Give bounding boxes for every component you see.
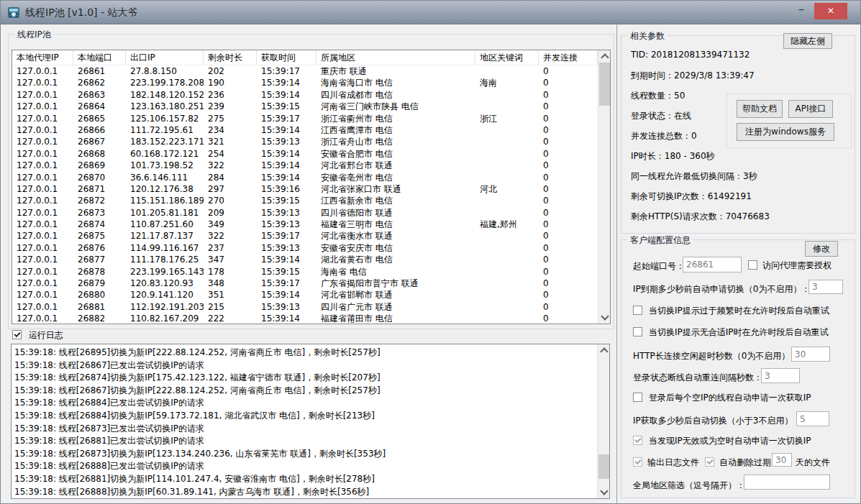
table-row[interactable]: 127.0.0.126876114.99.116.16723715:39:13安… bbox=[12, 242, 598, 254]
table-row[interactable]: 127.0.0.126879120.83.120.9334815:39:17广东… bbox=[12, 278, 598, 289]
table-cell bbox=[475, 65, 539, 77]
table-row[interactable]: 127.0.0.126862223.199.178.20819015:39:14… bbox=[12, 77, 598, 88]
table-cell: 26874 bbox=[73, 219, 126, 230]
table-row[interactable]: 127.0.0.126864123.163.180.25123915:39:15… bbox=[12, 101, 598, 112]
table-cell: 15:39:13 bbox=[257, 219, 316, 230]
column-header-local-proxy-ip[interactable]: 本地代理IP bbox=[12, 50, 73, 65]
minimize-button[interactable]: – bbox=[791, 1, 812, 21]
table-row[interactable]: 127.0.0.126873101.205.81.18120915:39:13四… bbox=[12, 207, 598, 219]
table-cell: 15:39:15 bbox=[257, 195, 316, 206]
column-header-remaining-time[interactable]: 剩余时长 bbox=[204, 50, 257, 65]
log-box[interactable]: 15:39:18: 线程[26895]切换为新IP[222.88.124.252… bbox=[11, 344, 610, 499]
table-row[interactable]: 127.0.0.126872115.151.186.18927015:39:15… bbox=[12, 195, 598, 206]
table-cell: 浙江 bbox=[475, 113, 539, 124]
hide-left-button[interactable]: 隐藏左侧 bbox=[783, 33, 832, 49]
proxy-auth-checkbox[interactable] bbox=[748, 260, 757, 270]
table-cell: 322 bbox=[204, 160, 257, 171]
table-row[interactable]: 127.0.0.126878223.199.165.14317815:39:15… bbox=[12, 266, 598, 278]
column-header-concurrent-connections[interactable]: 并发连接 bbox=[539, 50, 598, 65]
param-line: 同一线程允许最低切换间隔：3秒 bbox=[631, 170, 855, 182]
log-line: 15:39:18: 线程[26873]已发出尝试切换IP的请求 bbox=[14, 423, 596, 436]
help-doc-button[interactable]: 帮助文档 bbox=[737, 100, 783, 118]
table-cell: 222 bbox=[204, 313, 257, 324]
http-timeout-input[interactable] bbox=[791, 347, 830, 362]
table-row[interactable]: 127.0.0.126865125.106.157.8227515:39:17浙… bbox=[12, 113, 598, 124]
table-row[interactable]: 127.0.0.126881112.192.191.20321515:39:13… bbox=[12, 301, 598, 313]
table-cell: 0 bbox=[539, 89, 598, 101]
table-cell: 15:39:14 bbox=[257, 289, 316, 301]
table-row[interactable]: 127.0.0.126871120.12.176.3829715:39:16河北… bbox=[12, 183, 598, 195]
region-filter-input[interactable] bbox=[744, 475, 830, 490]
log-line: 15:39:18: 线程[26884]切换为新IP[59.173.72.181,… bbox=[14, 410, 596, 423]
params-group-label: 相关参数 bbox=[627, 30, 668, 42]
auto-delete-checkbox bbox=[705, 457, 714, 467]
table-row[interactable]: 127.0.0.126863182.148.120.15223615:39:14… bbox=[12, 89, 598, 101]
reconnect-interval-input[interactable] bbox=[761, 368, 800, 383]
scroll-down-icon[interactable] bbox=[598, 311, 611, 324]
table-row[interactable]: 127.0.0.12687036.6.146.11128415:39:14安徽省… bbox=[12, 172, 598, 183]
table-cell: 127.0.0.1 bbox=[12, 148, 73, 160]
auto-switch-input[interactable] bbox=[796, 411, 829, 426]
table-row[interactable]: 127.0.0.126869101.73.198.5232215:39:14河北… bbox=[12, 160, 598, 171]
table-cell bbox=[475, 101, 539, 112]
table-cell: 284 bbox=[204, 172, 257, 183]
table-row[interactable]: 127.0.0.12686127.8.8.15020215:39:17重庆市 联… bbox=[12, 65, 598, 77]
table-row[interactable]: 127.0.0.126875121.17.87.13732215:39:17河北… bbox=[12, 230, 598, 242]
retry-frequent-checkbox[interactable] bbox=[633, 306, 642, 315]
start-port-input[interactable] bbox=[683, 257, 742, 272]
delete-days-input[interactable] bbox=[772, 453, 792, 467]
log-scrollbar-thumb[interactable] bbox=[598, 454, 609, 479]
table-cell: 26866 bbox=[73, 124, 126, 136]
column-header-region-keyword[interactable]: 地区关键词 bbox=[475, 50, 539, 65]
register-windows-service-button[interactable]: 注册为windows服务 bbox=[737, 123, 834, 141]
table-cell: 127.0.0.1 bbox=[12, 254, 73, 265]
title-bar: 线程IP池 [v1.0] - 站大爷 – ✕ bbox=[1, 1, 860, 24]
table-cell bbox=[475, 89, 539, 101]
api-button[interactable]: API接口 bbox=[788, 100, 833, 118]
table-cell: 26880 bbox=[73, 289, 126, 301]
column-header-exit-ip[interactable]: 出口IP bbox=[126, 50, 204, 65]
table-row[interactable]: 127.0.0.126877111.178.176.2534715:39:14湖… bbox=[12, 254, 598, 265]
table-cell bbox=[475, 172, 539, 183]
column-header-region[interactable]: 所属地区 bbox=[316, 50, 475, 65]
table-row[interactable]: 127.0.0.126880120.9.141.12035115:39:14河北… bbox=[12, 289, 598, 301]
scroll-up-icon[interactable] bbox=[598, 344, 610, 357]
table-row[interactable]: 127.0.0.126866111.72.195.6123415:39:14江西… bbox=[12, 124, 598, 136]
scroll-down-icon[interactable] bbox=[598, 486, 610, 498]
run-log-row: 运行日志 bbox=[12, 329, 63, 341]
table-row[interactable]: 127.0.0.126874110.87.251.6034915:39:13福建… bbox=[12, 219, 598, 230]
table-cell: 0 bbox=[539, 207, 598, 219]
auto-acquire-checkbox[interactable] bbox=[633, 393, 642, 402]
table-cell: 127.0.0.1 bbox=[12, 207, 73, 219]
column-header-local-port[interactable]: 本地端口 bbox=[73, 50, 126, 65]
log-line: 15:39:18: 线程[26867]已发出尝试切换IP的请求 bbox=[14, 359, 596, 372]
table-row[interactable]: 127.0.0.126867183.152.223.17132115:39:13… bbox=[12, 136, 598, 147]
modify-button[interactable]: 修改 bbox=[805, 241, 838, 257]
table-cell: 120.83.120.93 bbox=[126, 278, 204, 289]
scroll-up-icon[interactable] bbox=[598, 50, 611, 63]
region-filter-label: 全局地区筛选（逗号隔开）： bbox=[633, 480, 745, 491]
table-cell: 127.0.0.1 bbox=[12, 160, 73, 171]
table-cell: 223.199.165.143 bbox=[126, 266, 204, 278]
table-cell: 127.0.0.1 bbox=[12, 136, 73, 147]
close-button[interactable]: ✕ bbox=[814, 3, 847, 19]
table-cell: 127.0.0.1 bbox=[12, 113, 73, 124]
table-cell: 15:39:16 bbox=[257, 183, 316, 195]
column-header-acquire-time[interactable]: 获取时间 bbox=[257, 50, 316, 65]
table-cell: 114.99.116.167 bbox=[126, 242, 204, 254]
table-cell: 河北省衡水市 联通 bbox=[316, 230, 475, 242]
table-scrollbar-thumb[interactable] bbox=[599, 63, 610, 106]
run-log-checkbox[interactable] bbox=[12, 330, 22, 339]
table-cell: 福建,郑州 bbox=[475, 219, 539, 230]
retry-no-ip-checkbox[interactable] bbox=[633, 327, 642, 336]
table-row[interactable]: 127.0.0.126882110.82.167.20922215:39:14福… bbox=[12, 313, 598, 324]
expire-switch-input[interactable] bbox=[808, 280, 843, 294]
table-row[interactable]: 127.0.0.12686860.168.172.12125415:39:14安… bbox=[12, 148, 598, 160]
table-cell: 安徽省合肥市 电信 bbox=[316, 148, 475, 160]
panel-splitter[interactable] bbox=[616, 24, 617, 504]
table-cell: 347 bbox=[204, 254, 257, 265]
log-line: 15:39:18: 线程[26881]切换为新IP[114.101.247.4,… bbox=[14, 473, 596, 486]
table-cell: 351 bbox=[204, 289, 257, 301]
table-cell: 36.6.146.111 bbox=[126, 172, 204, 183]
table-cell: 26864 bbox=[73, 101, 126, 112]
